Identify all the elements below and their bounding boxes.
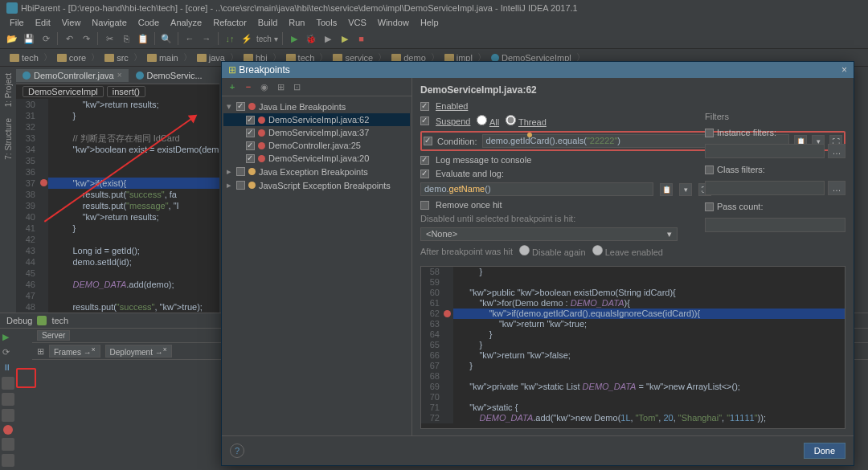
disabled-until-dropdown[interactable]: <None>▾ <box>420 227 678 241</box>
instance-filters-checkbox[interactable] <box>705 129 714 137</box>
favorites-tool[interactable] <box>2 409 14 422</box>
bc-item[interactable]: src <box>101 52 132 63</box>
suspend-all-radio[interactable]: All <box>477 115 499 127</box>
toolbar-icon[interactable]: ◉ <box>259 81 270 92</box>
window-titlebar: HbiParent - [D:\repo-hand\hbi-tech\tech]… <box>0 0 868 16</box>
stop-icon[interactable]: ■ <box>354 31 369 46</box>
undo-icon[interactable]: ↶ <box>62 31 76 46</box>
profile-icon[interactable]: ▶ <box>338 31 352 46</box>
condition-checkbox[interactable] <box>424 137 432 145</box>
toolbar-icon[interactable]: ⊞ <box>275 81 286 92</box>
bc-item[interactable]: main <box>144 52 182 63</box>
suspend-checkbox[interactable] <box>420 116 429 125</box>
menu-help[interactable]: Help <box>416 16 444 29</box>
resume-icon[interactable]: ⟳ <box>2 347 14 358</box>
menu-refactor[interactable]: Refactor <box>208 16 252 29</box>
menu-run[interactable]: Run <box>284 16 309 29</box>
help-icon[interactable]: ? <box>230 443 244 458</box>
bc-item[interactable]: tech <box>6 52 42 63</box>
breakpoint-preview-code[interactable]: 58 }5960 "kw">public "kw">boolean existD… <box>420 266 845 429</box>
remove-checkbox[interactable] <box>420 201 429 210</box>
app-icon <box>6 2 18 14</box>
code-editor[interactable]: 30 "kw">return results;31 }3233 // 判断是否存… <box>16 99 219 313</box>
browse-icon[interactable]: … <box>828 181 845 195</box>
menu-analyze[interactable]: Analyze <box>166 16 207 29</box>
refresh-icon[interactable]: ⟳ <box>39 31 53 46</box>
forward-icon[interactable]: → <box>199 31 214 46</box>
tool-icon[interactable] <box>2 438 14 451</box>
bug-icon <box>37 316 47 325</box>
enabled-checkbox[interactable] <box>420 102 429 111</box>
editor-tab[interactable]: DemoController.java× <box>16 69 129 82</box>
find-icon[interactable]: 🔍 <box>159 31 174 46</box>
copy-icon[interactable]: ⎘ <box>119 31 133 46</box>
structure-tool[interactable]: 7: Structure <box>4 115 13 163</box>
menu-file[interactable]: File <box>5 16 29 29</box>
close-icon[interactable]: × <box>841 64 847 76</box>
menu-build[interactable]: Build <box>253 16 282 29</box>
deployment-tab[interactable]: Deployment →× <box>105 345 172 358</box>
left-tool-strip: 1: Project 7: Structure <box>0 67 16 313</box>
frames-tab[interactable]: Frames →× <box>49 345 100 358</box>
debug-icon[interactable]: 🐞 <box>304 31 318 46</box>
menu-navigate[interactable]: Navigate <box>87 16 131 29</box>
dropdown-icon[interactable]: ▾ <box>679 183 692 196</box>
save-icon[interactable]: 💾 <box>22 31 36 46</box>
pass-count-input[interactable] <box>705 218 845 232</box>
log-checkbox[interactable] <box>420 156 429 165</box>
menu-window[interactable]: Window <box>373 16 414 29</box>
suspend-thread-radio[interactable]: Thread <box>506 115 547 127</box>
menu-tools[interactable]: Tools <box>311 16 342 29</box>
class-filters-input[interactable] <box>705 181 825 195</box>
dialog-footer: ? Done <box>222 435 854 465</box>
open-icon[interactable]: 📂 <box>5 31 19 46</box>
project-tool[interactable]: 1: Project <box>4 70 13 110</box>
editor-tabs: DemoController.java× DemoServic... <box>16 67 219 84</box>
done-button[interactable]: Done <box>804 443 845 459</box>
bc-item[interactable]: core <box>54 52 89 63</box>
class-filters-checkbox[interactable] <box>705 166 714 174</box>
breakpoint-heading: DemoServiceImpl.java:62 <box>420 84 845 97</box>
editor-breadcrumb[interactable]: DemoServiceImplinsert() <box>16 84 219 99</box>
menu-bar[interactable]: File Edit View Navigate Code Analyze Ref… <box>0 16 868 29</box>
coverage-icon[interactable]: ▶ <box>321 31 335 46</box>
breakpoint-tree[interactable]: ▾Java Line Breakpoints DemoServiceImpl.j… <box>222 96 411 195</box>
paste-icon[interactable]: 📋 <box>136 31 150 46</box>
history-icon[interactable]: 📋 <box>660 183 673 196</box>
run-icon[interactable]: ▶ <box>287 31 301 46</box>
web-tool[interactable] <box>2 377 14 390</box>
eval-checkbox[interactable] <box>420 170 429 178</box>
menu-edit[interactable]: Edit <box>31 16 55 29</box>
editor-tab-active[interactable]: DemoServic... <box>129 69 210 82</box>
remove-icon[interactable]: − <box>243 81 254 92</box>
tool-icon[interactable] <box>2 454 14 467</box>
browse-icon[interactable]: … <box>828 144 845 158</box>
rerun-icon[interactable]: ▶ <box>2 332 14 343</box>
instance-filters-input[interactable] <box>705 144 825 158</box>
left-bottom-strip <box>0 374 16 470</box>
disable-again-radio[interactable]: Disable again <box>519 245 586 257</box>
window-title: HbiParent - [D:\repo-hand\hbi-tech\tech]… <box>21 3 578 13</box>
run-config-icon[interactable]: ⚡ <box>240 31 254 46</box>
add-icon[interactable]: + <box>227 81 238 92</box>
server-tab[interactable]: Server <box>37 330 70 341</box>
redo-icon[interactable]: ↷ <box>79 31 93 46</box>
back-icon[interactable]: ← <box>182 31 197 46</box>
leave-enabled-radio[interactable]: Leave enabled <box>592 245 663 257</box>
eval-input[interactable]: demo.getName() <box>420 182 653 196</box>
menu-vcs[interactable]: VCS <box>343 16 371 29</box>
close-icon[interactable]: × <box>117 71 122 80</box>
breakpoints-icon[interactable] <box>3 425 13 435</box>
menu-code[interactable]: Code <box>133 16 164 29</box>
pass-count-checkbox[interactable] <box>705 202 714 211</box>
dialog-titlebar[interactable]: ⊞ Breakpoints × <box>222 62 854 78</box>
tree-toolbar: + − ◉ ⊞ ⊡ <box>222 78 411 96</box>
pause-icon[interactable]: ⏸ <box>2 362 14 374</box>
build-icon[interactable]: ↓↑ <box>223 31 237 46</box>
menu-view[interactable]: View <box>57 16 86 29</box>
run-config-label[interactable]: tech ▾ <box>256 35 278 43</box>
jrebel-tool[interactable] <box>2 393 14 406</box>
toolbar-icon[interactable]: ⊡ <box>291 81 302 92</box>
cut-icon[interactable]: ✂ <box>102 31 117 46</box>
main-toolbar: 📂 💾 ⟳ ↶ ↷ ✂ ⎘ 📋 🔍 ← → ↓↑ ⚡ tech ▾ ▶ 🐞 ▶ … <box>0 29 868 49</box>
